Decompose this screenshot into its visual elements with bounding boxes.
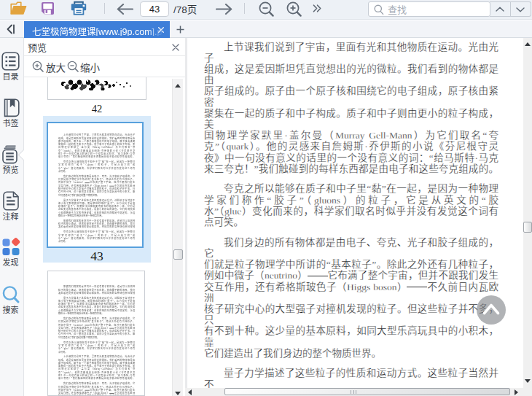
text-line: 凑近看还是会发现细微的波动和振荡。构成世界的各种场也会轻微地	[58, 225, 135, 228]
scroll-up-arrow-icon[interactable]	[525, 42, 531, 46]
text-line: 核子研究中心的大型强子对撞机发现的粒子。但这些粒子并不多，只	[204, 303, 498, 325]
more-tools-icon[interactable]	[313, 4, 322, 12]
scrollbar-thumb[interactable]	[173, 249, 183, 260]
collapse-tabs-icon[interactable]	[6, 24, 15, 34]
text-line: 有不到十种。这少量的基本原料，如同大型乐高玩具中的小积木，靠	[204, 325, 498, 347]
preview-panel-header: 预览	[24, 38, 185, 56]
next-page-arrow-icon[interactable]	[216, 4, 232, 15]
thumbnail-zoom-out-label[interactable]: 缩小	[80, 60, 100, 74]
new-tab-icon[interactable]	[176, 26, 184, 34]
print-icon[interactable]	[71, 1, 87, 15]
text-line: 点可笑。	[58, 350, 135, 353]
search-input[interactable]: 查找	[368, 1, 490, 17]
thumbnail-zoom-out-button[interactable]	[67, 61, 79, 73]
text-line: 凑近看还是会发现细微的波动和振荡。构成世界的各种场也会轻微地	[58, 292, 135, 295]
scrollbar-thumb[interactable]	[224, 388, 510, 395]
text-line: 都在从一种相互作用跃迁到另一种相互作用。	[58, 214, 135, 217]
previous-page-arrow-icon[interactable]	[117, 4, 133, 15]
horizontal-scrollbar[interactable]	[185, 388, 523, 396]
em-dash: ——	[407, 282, 427, 292]
document-view: 上节课我们说到了宇宙，里面有光和其他物质在运动。光由光子组成，这是爱因斯坦凭直觉…	[185, 38, 532, 396]
thumbnail-page-42[interactable]	[47, 77, 146, 100]
paragraph: 我们身边的所有物体都是由电子、夸克、光子和胶子组成的，它们就是粒子物理学中所讲的…	[58, 382, 135, 396]
text-line: 来三夸克！”我们触碰到的每样东西都是由电子和这些夸克组成的。	[58, 377, 135, 380]
text-line: 它们建造出了我们身边的整个物质世界。	[204, 348, 498, 359]
text-line: 国物理学家默里·盖尔曼（Murray Gell-Mann）为它们取名“夸	[204, 130, 498, 141]
text-line: 点可笑。	[58, 170, 135, 173]
find-next-button[interactable]	[510, 1, 531, 17]
paragraph: 量子力学描述了这些粒子的性质和运动方式。这些粒子当然并不像小石子那般真实可感，而…	[58, 198, 135, 217]
sidebar: 目录 书签 预览 注释	[0, 38, 24, 396]
paragraph: 量子力学描述了这些粒子的性质和运动方式。这些粒子当然并不像小石子那般真实可感，而…	[58, 296, 135, 315]
text-line: 来三夸克！”我们触碰到的每样东西都是由电子和这些夸克组成的。	[58, 155, 135, 158]
paragraph: 上节课我们说到了宇宙，里面有光和其他物质在运动。光由光子组成，这是爱因斯坦凭直觉…	[58, 133, 135, 158]
text-line: 水”（glue）变化而来的，科学家们取名时似乎并没有发觉这个词有	[58, 167, 135, 170]
preview-panel-actions: 放大 缩小	[24, 56, 185, 77]
em-dash: ——	[85, 389, 89, 392]
thumbnail-scrollbar[interactable]	[172, 79, 184, 396]
vertical-scrollbar[interactable]	[523, 38, 532, 388]
text-line: 水”（glue）变化而来的，科学家们取名时似乎并没有发觉这个词有	[204, 206, 498, 217]
text-line: 量子力学描述了这些粒子的性质和运动方式。这些粒子当然并不	[204, 368, 498, 389]
em-dash: ——	[85, 182, 89, 185]
page-number-input[interactable]	[140, 1, 169, 17]
scroll-up-arrow-icon[interactable]	[175, 84, 181, 88]
paragraph: 夸克之所以能够在质子和中子里“黏”在一起，是因为一种物理学家们称作“胶子”（gl…	[58, 341, 135, 353]
thumbnail-page-number: 42	[24, 103, 170, 115]
find-previous-button[interactable]	[490, 1, 511, 17]
scrollbar-thumb[interactable]	[523, 222, 532, 233]
document-page: 上节课我们说到了宇宙，里面有光和其他物质在运动。光由光子组成，这是爱因斯坦凭直觉…	[187, 38, 523, 388]
text-line: 原子组成的。原子由一个原子核和围绕它的电子组成，原子核由紧密	[204, 85, 498, 107]
preview-panel-close-icon[interactable]	[172, 42, 182, 53]
thumbnail-page-43[interactable]: 上节课我们说到了宇宙，里面有光和其他物质在运动。光由光子组成，这是爱因斯坦凭直觉…	[47, 122, 144, 248]
toolbar-separator	[244, 3, 245, 14]
scrollbar-corner	[523, 388, 532, 396]
thumbnail-list: 42 上节课我们说到了宇宙，里面有光和其他物质在运动。光由光子组成，这是爱因斯坦…	[24, 77, 173, 396]
sidebar-item-preview[interactable]: 预览	[0, 144, 21, 174]
text-line: 上节课我们说到了宇宙，里面有光和其他物质在运动。光由光子	[204, 42, 498, 63]
toolbar-separator	[104, 3, 105, 14]
sidebar-item-annotations[interactable]: 注释	[0, 191, 21, 221]
toolbar: /78页 查找	[0, 0, 532, 20]
paragraph: 上节课我们说到了宇宙，里面有光和其他物质在运动。光由光子组成，这是爱因斯坦凭直觉…	[204, 42, 498, 174]
paragraph: 上节课我们说到了宇宙，里面有光和其他物质在运动。光由光子组成，这是爱因斯坦凭直觉…	[58, 355, 135, 380]
save-icon[interactable]	[41, 1, 55, 15]
paragraph: 夸克之所以能够在质子和中子里“黏”在一起，是因为一种物理学家们称作“胶子”（gl…	[58, 160, 135, 173]
text-line: 聚集在一起的质子和中子构成。质子和中子则由更小的粒子构成，美	[204, 108, 498, 130]
paragraph: 夸克之所以能够在质子和中子里“黏”在一起，是因为一种物理学家们称作“胶子”（gl…	[58, 230, 135, 243]
sidebar-item-label: 注释	[0, 212, 21, 221]
thumbnail-image	[61, 79, 136, 90]
paragraph: 夸克之所以能够在质子和中子里“黏”在一起，是因为一种物理学家们称作“胶子”（gl…	[204, 183, 498, 228]
document-tab[interactable]: 七堂极简物理课[www.j9p.com].p	[24, 21, 170, 38]
back-to-top-button[interactable]	[477, 295, 506, 325]
sidebar-item-discover[interactable]: 发现	[0, 238, 21, 267]
tab-close-icon[interactable]	[158, 27, 164, 33]
text-line: 水”（glue）变化而来的，科学家们取名时似乎并没有发觉这个词有	[58, 347, 135, 350]
sidebar-item-search[interactable]: 搜索	[0, 285, 21, 314]
em-dash: ——	[85, 324, 89, 327]
sidebar-item-label: 搜索	[0, 306, 21, 314]
text-line: 夜》中一句没有意义的话里的一个没有意义的词：“给马斯特·马克	[204, 152, 498, 163]
sidebar-item-label: 发现	[0, 258, 21, 267]
thumbnail-zoom-in-button[interactable]	[32, 61, 44, 73]
zoom-in-icon[interactable]	[286, 1, 302, 18]
text-line: 点可笑。	[204, 217, 498, 228]
thumbnail-page-44[interactable]: 即使我们观察的是空间中一块没有原子的区域，还是可以探测到粒子的微小涌动。彻底的虚…	[47, 271, 145, 396]
search-placeholder: 查找	[388, 4, 407, 16]
sidebar-item-toc[interactable]: 目录	[0, 52, 21, 81]
tab-title: 七堂极简物理课[www.j9p.com].p	[32, 24, 171, 36]
scroll-left-arrow-icon[interactable]	[188, 389, 192, 395]
em-dash: ——	[109, 392, 114, 395]
paragraph: 即使我们观察的是空间中一块没有原子的区域，还是可以探测到粒子的微小涌动。彻底的虚…	[58, 220, 135, 229]
paragraph: 我们身边的所有物体都是由电子、夸克、光子和胶子组成的，它们就是粒子物理学中所讲的…	[204, 237, 498, 359]
sidebar-item-bookmarks[interactable]: 书签	[0, 98, 21, 128]
scroll-down-arrow-icon[interactable]	[175, 392, 181, 395]
text-line: 组成，这是爱因斯坦凭直觉想出的光的微粒。我们看到的物体都是由	[204, 63, 498, 85]
thumbnail-zoom-in-label[interactable]: 放大	[46, 60, 66, 74]
text-line: 学家们称作“胶子”（gluons）的粒子，它是从英文的“胶	[204, 195, 498, 206]
scroll-right-arrow-icon[interactable]	[515, 389, 518, 395]
sidebar-item-label: 书签	[0, 119, 21, 128]
scroll-down-arrow-icon[interactable]	[525, 379, 531, 383]
zoom-out-icon[interactable]	[259, 1, 275, 18]
open-file-icon[interactable]	[10, 1, 27, 15]
